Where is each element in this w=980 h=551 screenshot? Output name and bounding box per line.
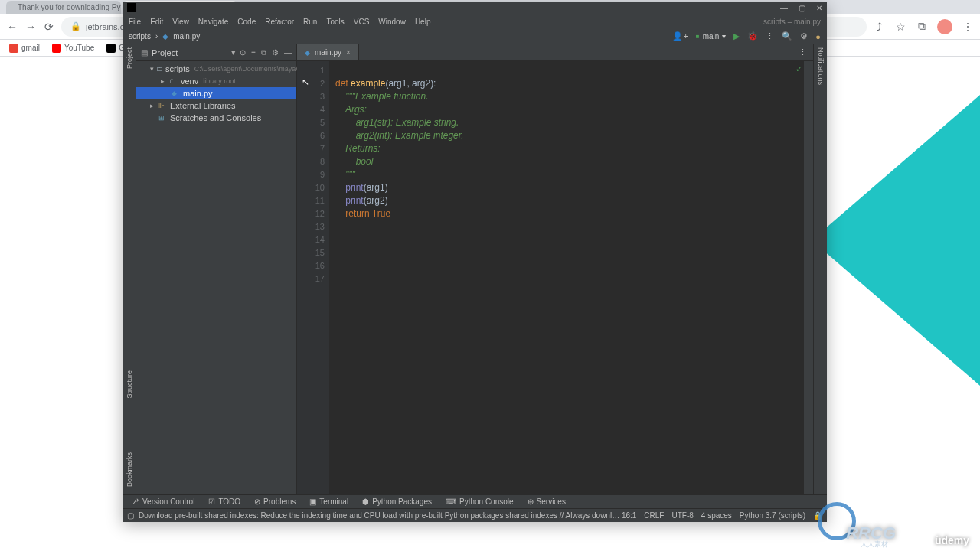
menu-run[interactable]: Run xyxy=(303,18,317,26)
menu-window[interactable]: Window xyxy=(378,18,406,26)
browser-tab-inactive[interactable]: Thank you for downloading PyC × xyxy=(6,1,121,14)
extensions-icon[interactable]: ⧉ xyxy=(916,21,928,33)
tree-file-main[interactable]: ◆ main.py xyxy=(136,87,296,99)
more-run-icon[interactable]: ⋮ xyxy=(766,31,774,41)
tree-hint: library root xyxy=(203,77,236,85)
tool-label: TODO xyxy=(218,497,240,506)
editor-content[interactable]: 1234567891011121314151617 def example(ar… xyxy=(297,61,813,494)
menu-navigate[interactable]: Navigate xyxy=(198,18,228,26)
menu-edit[interactable]: Edit xyxy=(150,18,163,26)
status-icon[interactable]: ▢ xyxy=(127,511,134,520)
reload-icon[interactable]: ⟳ xyxy=(43,21,55,33)
menu-tools[interactable]: Tools xyxy=(326,18,344,26)
tree-root[interactable]: ▾ 🗀 scripts C:\Users\agent\Documents\may… xyxy=(136,63,296,75)
tool-label: Version Control xyxy=(142,497,194,506)
menu-icon[interactable]: ⋮ xyxy=(962,21,974,33)
project-view-icon: ▤ xyxy=(141,48,148,57)
status-encoding[interactable]: UTF-8 xyxy=(671,511,693,520)
status-position[interactable]: 16:1 xyxy=(622,511,636,520)
avatar[interactable] xyxy=(937,19,952,34)
packages-icon: ⬢ xyxy=(362,497,369,506)
python-file-icon: ◆ xyxy=(305,49,310,57)
bookmark-icon[interactable]: ☆ xyxy=(894,21,906,33)
bookmark-youtube[interactable]: YouTube xyxy=(52,44,94,53)
tool-problems[interactable]: ⊘Problems xyxy=(254,497,296,506)
editor-scrollbar[interactable] xyxy=(804,61,813,494)
tool-python-console[interactable]: ⌨Python Console xyxy=(446,497,514,506)
lock-icon: 🔒 xyxy=(70,21,81,31)
tool-todo[interactable]: ☑TODO xyxy=(208,497,240,506)
watermark-rrcg-sub: 人人素材 xyxy=(861,540,888,549)
hide-icon[interactable]: — xyxy=(284,48,292,57)
collapse-all-icon[interactable]: ⧉ xyxy=(261,48,266,57)
ide-titlebar: — ▢ ✕ xyxy=(122,2,827,14)
debug-icon[interactable]: 🐞 xyxy=(747,31,758,41)
editor-area: ◆ main.py × ⋮ 1234567891011121314151617 … xyxy=(297,44,813,494)
gum-icon xyxy=(106,44,116,53)
console-icon: ⌨ xyxy=(446,497,456,506)
status-indent[interactable]: 4 spaces xyxy=(701,511,732,520)
tool-label: Python Packages xyxy=(372,497,432,506)
breadcrumb[interactable]: scripts › ◆ main.py xyxy=(129,32,200,41)
run-config-label: main xyxy=(703,32,720,41)
run-icon[interactable]: ▶ xyxy=(733,31,740,41)
minimize-icon[interactable]: — xyxy=(780,4,788,12)
tree-scratches[interactable]: ⊞ Scratches and Consoles xyxy=(136,112,296,124)
chevron-right-icon: › xyxy=(155,32,158,41)
add-user-icon[interactable]: 👤+ xyxy=(672,31,688,41)
code-area[interactable]: def example(arg1, arg2): """Example func… xyxy=(329,61,813,494)
editor-tab-bar: ◆ main.py × ⋮ xyxy=(297,44,813,61)
vcs-icon: ⎇ xyxy=(130,497,139,506)
chevron-down-icon: ▾ xyxy=(722,32,726,41)
status-line-sep[interactable]: CRLF xyxy=(644,511,664,520)
notifications-tool-button[interactable]: Notifications xyxy=(817,47,825,85)
project-panel-header: ▤ Project ▾ ⊙ ≡ ⧉ ⚙ — xyxy=(136,44,296,61)
tree-venv[interactable]: ▸ 🗀 venv library root xyxy=(136,75,296,87)
menu-help[interactable]: Help xyxy=(415,18,431,26)
bookmarks-tool-button[interactable]: Bookmarks xyxy=(126,452,133,487)
close-icon[interactable]: × xyxy=(346,48,351,57)
project-tool-button[interactable]: Project xyxy=(126,47,133,69)
editor-tab-label: main.py xyxy=(315,48,341,57)
project-view-title[interactable]: Project xyxy=(152,48,227,57)
chevron-down-icon[interactable]: ▾ xyxy=(231,47,236,57)
status-message[interactable]: Download pre-built shared indexes: Reduc… xyxy=(139,511,622,520)
menu-file[interactable]: File xyxy=(129,18,141,26)
project-tree: ▾ 🗀 scripts C:\Users\agent\Documents\may… xyxy=(136,61,296,126)
expand-all-icon[interactable]: ≡ xyxy=(251,48,256,57)
menu-code[interactable]: Code xyxy=(237,18,256,26)
ide-window: — ▢ ✕ File Edit View Navigate Code Refac… xyxy=(122,2,827,522)
inspection-ok-icon[interactable]: ✓ xyxy=(795,64,802,74)
search-icon[interactable]: 🔍 xyxy=(782,31,792,41)
editor-tab-menu-icon[interactable]: ⋮ xyxy=(799,47,813,57)
settings-icon[interactable]: ⚙ xyxy=(800,31,808,41)
bookmark-gmail[interactable]: gmail xyxy=(9,44,40,53)
close-window-icon[interactable]: ✕ xyxy=(816,4,822,12)
structure-tool-button[interactable]: Structure xyxy=(126,370,133,399)
scratch-icon: ⊞ xyxy=(158,114,168,122)
maximize-icon[interactable]: ▢ xyxy=(799,4,805,12)
bottom-tool-bar: ⎇Version Control ☑TODO ⊘Problems ▣Termin… xyxy=(122,494,827,508)
youtube-icon xyxy=(52,44,61,53)
gutter: 1234567891011121314151617 xyxy=(297,61,329,494)
breadcrumb-root[interactable]: scripts xyxy=(129,32,151,41)
tree-external-libs[interactable]: ▸ ⊪ External Libraries xyxy=(136,99,296,112)
editor-tab-main[interactable]: ◆ main.py × xyxy=(297,44,359,60)
status-interpreter[interactable]: Python 3.7 (scripts) xyxy=(740,511,805,520)
select-opened-icon[interactable]: ⊙ xyxy=(240,48,246,57)
tool-services[interactable]: ⊕Services xyxy=(528,497,566,506)
account-icon[interactable]: ● xyxy=(815,32,821,41)
menu-vcs[interactable]: VCS xyxy=(354,18,370,26)
menu-view[interactable]: View xyxy=(172,18,189,26)
tool-terminal[interactable]: ▣Terminal xyxy=(309,497,348,506)
tool-python-packages[interactable]: ⬢Python Packages xyxy=(362,497,432,506)
share-icon[interactable]: ⤴ xyxy=(873,21,885,33)
tool-version-control[interactable]: ⎇Version Control xyxy=(130,497,194,506)
run-config-selector[interactable]: main ▾ xyxy=(696,32,727,41)
ide-app-icon xyxy=(127,3,136,12)
forward-icon[interactable]: → xyxy=(24,21,37,33)
menu-refactor[interactable]: Refactor xyxy=(265,18,294,26)
gear-icon[interactable]: ⚙ xyxy=(272,48,279,57)
back-icon[interactable]: ← xyxy=(6,21,18,33)
breadcrumb-file[interactable]: main.py xyxy=(173,32,200,41)
